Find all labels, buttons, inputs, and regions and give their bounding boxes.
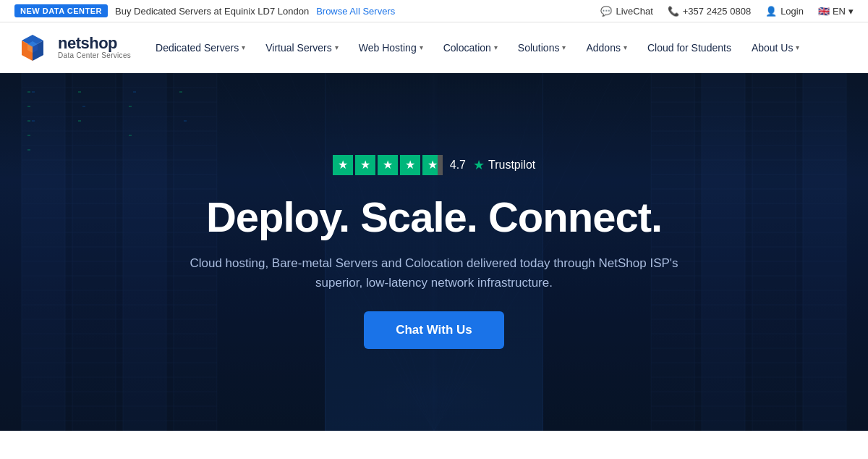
nav-item-about-us: About Us ▾ xyxy=(741,22,810,72)
login-label: Login xyxy=(780,6,804,17)
nav-link-addons[interactable]: Addons ▾ xyxy=(576,22,637,72)
language-selector[interactable]: 🇬🇧 EN ▾ xyxy=(818,6,854,17)
svg-rect-71 xyxy=(129,135,132,136)
svg-rect-66 xyxy=(27,135,30,136)
chevron-down-icon: ▾ xyxy=(848,6,854,17)
star-3: ★ xyxy=(378,155,398,175)
logo-link[interactable]: netshop Data Center Services xyxy=(14,30,131,66)
chevron-down-icon: ▾ xyxy=(562,43,566,51)
svg-rect-74 xyxy=(32,120,35,122)
nav-link-web-hosting[interactable]: Web Hosting ▾ xyxy=(349,22,433,72)
svg-rect-72 xyxy=(179,91,182,93)
hero-section: ★ ★ ★ ★ ★ 4.7 ★ Trustpilot Deploy. Scale… xyxy=(0,73,868,431)
trustpilot-bar: ★ ★ ★ ★ ★ 4.7 ★ Trustpilot xyxy=(333,155,535,175)
brand-tagline: Data Center Services xyxy=(58,51,131,59)
trustpilot-logo: ★ Trustpilot xyxy=(473,157,535,173)
chevron-down-icon: ▾ xyxy=(624,43,627,51)
nav-label-addons: Addons xyxy=(586,42,620,54)
rating-number: 4.7 xyxy=(450,159,466,172)
chat-icon: 💬 xyxy=(600,6,612,17)
chevron-down-icon: ▾ xyxy=(494,43,498,51)
nav-link-colocation[interactable]: Colocation ▾ xyxy=(433,22,508,72)
logo-icon xyxy=(14,30,51,66)
phone-link[interactable]: 📞 +357 2425 0808 xyxy=(668,6,751,17)
svg-rect-70 xyxy=(129,106,132,107)
chat-with-us-button[interactable]: Chat With Us xyxy=(364,311,504,349)
nav-menu: Dedicated Servers ▾ Virtual Servers ▾ We… xyxy=(145,22,854,72)
nav-item-addons: Addons ▾ xyxy=(576,22,637,72)
nav-label-web-hosting: Web Hosting xyxy=(359,42,417,54)
nav-label-solutions: Solutions xyxy=(518,42,560,54)
new-data-center-badge: NEW DATA CENTER xyxy=(14,4,108,17)
svg-rect-64 xyxy=(27,106,30,107)
chevron-down-icon: ▾ xyxy=(242,43,245,51)
nav-label-virtual-servers: Virtual Servers xyxy=(265,42,332,54)
announcement-right: 💬 LiveChat 📞 +357 2425 0808 👤 Login 🇬🇧 E… xyxy=(600,6,854,17)
svg-rect-75 xyxy=(82,106,85,107)
brand-name: netshop xyxy=(58,35,131,51)
svg-rect-73 xyxy=(32,91,35,93)
star-4: ★ xyxy=(400,155,420,175)
nav-item-solutions: Solutions ▾ xyxy=(508,22,576,72)
trustpilot-name: Trustpilot xyxy=(488,159,535,172)
nav-item-virtual-servers: Virtual Servers ▾ xyxy=(255,22,349,72)
svg-rect-67 xyxy=(27,149,30,151)
logo-text: netshop Data Center Services xyxy=(58,35,131,59)
nav-item-dedicated-servers: Dedicated Servers ▾ xyxy=(145,22,255,72)
trustpilot-star-icon: ★ xyxy=(473,157,485,173)
nav-label-dedicated-servers: Dedicated Servers xyxy=(156,42,239,54)
chevron-down-icon: ▾ xyxy=(420,43,423,51)
live-chat-link[interactable]: 💬 LiveChat xyxy=(600,6,652,17)
star-1: ★ xyxy=(333,155,353,175)
login-link[interactable]: 👤 Login xyxy=(765,6,804,17)
svg-rect-69 xyxy=(78,120,81,122)
svg-rect-77 xyxy=(184,120,187,122)
announcement-text: Buy Dedicated Servers at Equinix LD7 Lon… xyxy=(115,6,309,17)
nav-link-dedicated-servers[interactable]: Dedicated Servers ▾ xyxy=(145,22,255,72)
nav-item-colocation: Colocation ▾ xyxy=(433,22,508,72)
nav-item-web-hosting: Web Hosting ▾ xyxy=(349,22,433,72)
phone-icon: 📞 xyxy=(668,6,679,17)
phone-number: +357 2425 0808 xyxy=(683,6,751,17)
nav-item-cloud-students: Cloud for Students xyxy=(637,22,741,72)
chevron-down-icon: ▾ xyxy=(335,43,339,51)
hero-subtitle: Cloud hosting, Bare-metal Servers and Co… xyxy=(188,253,680,292)
nav-label-about-us: About Us xyxy=(752,42,793,54)
chevron-down-icon: ▾ xyxy=(796,43,799,51)
nav-label-cloud-students: Cloud for Students xyxy=(647,42,731,54)
language-label: EN xyxy=(833,6,846,17)
svg-rect-68 xyxy=(78,91,81,93)
nav-link-virtual-servers[interactable]: Virtual Servers ▾ xyxy=(255,22,349,72)
navbar: netshop Data Center Services Dedicated S… xyxy=(0,22,868,73)
star-rating: ★ ★ ★ ★ ★ xyxy=(333,155,443,175)
nav-link-about-us[interactable]: About Us ▾ xyxy=(741,22,810,72)
nav-label-colocation: Colocation xyxy=(443,42,491,54)
login-icon: 👤 xyxy=(765,6,777,17)
nav-link-cloud-students[interactable]: Cloud for Students xyxy=(637,22,741,72)
svg-rect-65 xyxy=(27,120,30,122)
flag-icon: 🇬🇧 xyxy=(818,6,830,17)
browse-all-servers-link[interactable]: Browse All Servers xyxy=(316,6,395,17)
star-5-partial: ★ xyxy=(422,155,443,175)
hero-content: ★ ★ ★ ★ ★ 4.7 ★ Trustpilot Deploy. Scale… xyxy=(159,155,709,349)
svg-rect-76 xyxy=(133,91,136,93)
live-chat-label: LiveChat xyxy=(616,6,652,17)
announcement-bar: NEW DATA CENTER Buy Dedicated Servers at… xyxy=(0,0,868,22)
hero-title: Deploy. Scale. Connect. xyxy=(206,194,662,240)
nav-link-solutions[interactable]: Solutions ▾ xyxy=(508,22,576,72)
star-2: ★ xyxy=(355,155,375,175)
announcement-left: NEW DATA CENTER Buy Dedicated Servers at… xyxy=(14,4,395,17)
svg-rect-63 xyxy=(27,91,30,93)
